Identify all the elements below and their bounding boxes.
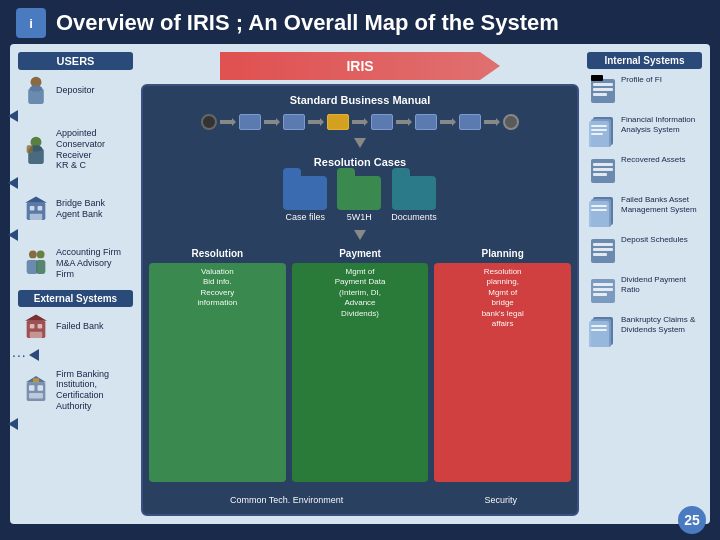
pf-rect2	[283, 114, 305, 130]
failed-bank-item: Failed Bank	[18, 311, 133, 343]
bridge-bank-item: Bridge BankAgent Bank	[18, 193, 133, 225]
firm-banking-label: Firm Banking Institution,Certification A…	[56, 369, 129, 412]
pf-arrow7	[484, 118, 500, 126]
svg-marker-13	[25, 197, 47, 203]
failed-bank-arrow	[29, 349, 39, 361]
resolution-box: ValuationBid info.Recoveryinformation	[149, 263, 286, 482]
profile-fi-item: Profile of FI	[587, 73, 702, 109]
payment-item: Payment Mgmt ofPayment Data(Interim, DI,…	[292, 246, 429, 482]
iris-header-row: IRIS	[141, 52, 579, 80]
depositor-label: Depositor	[56, 85, 95, 96]
bankruptcy-claims-icon	[589, 315, 617, 347]
common-tech-bar: Common Tech. Environment	[149, 492, 424, 508]
svg-rect-54	[593, 283, 613, 286]
bridge-bank-icon	[22, 195, 50, 223]
failed-banks-item: Failed Banks Asset Management System	[587, 193, 702, 229]
conservator-icon	[22, 136, 50, 164]
svg-rect-37	[591, 125, 607, 127]
svg-point-16	[37, 251, 45, 259]
planning-text: Resolutionplanning,Mgmt ofbridgebank's l…	[438, 267, 567, 329]
svg-rect-25	[38, 386, 43, 391]
failed-bank-label: Failed Bank	[56, 321, 104, 332]
financial-info-item: Financial Information Analysis System	[587, 113, 702, 149]
pf-arrow2	[264, 118, 280, 126]
deposit-schedules-item: Deposit Schedules	[587, 233, 702, 269]
folder-5w1h: 5W1H	[337, 176, 381, 222]
vertical-arrow1	[149, 136, 571, 150]
svg-point-14	[29, 251, 37, 259]
svg-rect-32	[593, 93, 607, 96]
bottom-bar-row: Common Tech. Environment Security	[149, 490, 571, 508]
planning-header: Planning	[434, 246, 571, 261]
svg-rect-59	[589, 321, 609, 347]
dividend-payment-label: Dividend Payment Ratio	[621, 275, 700, 296]
conservator-item: Appointed Conservator ReceiverKR & C	[18, 126, 133, 173]
svg-rect-48	[591, 209, 607, 211]
pf-arrow6	[440, 118, 456, 126]
profile-fi-label: Profile of FI	[621, 75, 662, 85]
page-title: Overview of IRIS ; An Overall Map of the…	[56, 10, 559, 36]
pf-arrow5	[396, 118, 412, 126]
pf-arrow4	[352, 118, 368, 126]
pf-rect1	[239, 114, 261, 130]
svg-rect-61	[591, 329, 607, 331]
documents-label: Documents	[391, 212, 437, 222]
firm-banking-arrow	[8, 418, 18, 430]
svg-point-4	[30, 85, 42, 91]
svg-rect-42	[593, 168, 613, 171]
svg-text:i: i	[29, 16, 33, 31]
conservator-label: Appointed Conservator ReceiverKR & C	[56, 128, 129, 171]
5w1h-folder-icon	[337, 176, 381, 210]
svg-rect-51	[593, 248, 613, 251]
process-flow	[149, 112, 571, 132]
sbm-label: Standard Business Manual	[149, 92, 571, 108]
bankruptcy-claims-label: Bankruptcy Claims & Dividends System	[621, 315, 700, 336]
folders-row: Case files 5W1H Documents	[149, 174, 571, 224]
accounting-item: Accounting FirmM&A Advisory Firm	[18, 245, 133, 281]
internal-systems-header: Internal Systems	[587, 52, 702, 69]
depositor-icon	[22, 76, 50, 104]
folder-case-files: Case files	[283, 176, 327, 222]
payment-header: Payment	[292, 246, 429, 261]
folder-documents: Documents	[391, 176, 437, 222]
dividend-payment-icon	[589, 275, 617, 307]
recovered-assets-label: Recovered Assets	[621, 155, 685, 165]
iris-box: Standard Business Manual	[141, 84, 579, 516]
recovered-assets-item: Recovered Assets	[587, 153, 702, 189]
case-files-folder-icon	[283, 176, 327, 210]
resolution-text: ValuationBid info.Recoveryinformation	[153, 267, 282, 309]
planning-item: Planning Resolutionplanning,Mgmt ofbridg…	[434, 246, 571, 482]
depositor-arrow	[8, 110, 18, 122]
svg-rect-12	[30, 214, 42, 220]
svg-rect-31	[593, 88, 613, 91]
svg-rect-30	[593, 83, 613, 86]
svg-rect-60	[591, 325, 607, 327]
svg-rect-55	[593, 288, 613, 291]
security-bar: Security	[430, 492, 571, 508]
financial-info-label: Financial Information Analysis System	[621, 115, 700, 136]
svg-rect-24	[29, 386, 34, 391]
iris-label: IRIS	[220, 52, 500, 80]
title-bar: i Overview of IRIS ; An Overall Map of t…	[0, 0, 720, 44]
svg-rect-19	[30, 323, 35, 328]
pf-arrow1	[220, 118, 236, 126]
pf-rect-yellow	[327, 114, 349, 130]
users-header: USERS	[18, 52, 133, 70]
resolution-header: Resolution	[149, 246, 286, 261]
documents-folder-icon	[392, 176, 436, 210]
main-content: USERS Depositor Appointed Conservator Re…	[10, 44, 710, 524]
pf-end-circle	[503, 114, 519, 130]
svg-rect-47	[591, 205, 607, 207]
recovered-assets-icon	[589, 155, 617, 187]
failed-bank-icon	[22, 313, 50, 341]
svg-rect-52	[593, 253, 607, 256]
svg-rect-46	[589, 201, 609, 227]
svg-rect-39	[591, 133, 603, 135]
svg-rect-28	[33, 379, 39, 383]
failed-banks-icon	[589, 195, 617, 227]
bridge-bank-label: Bridge BankAgent Bank	[56, 198, 105, 220]
resolution-cases-label: Resolution Cases	[149, 154, 571, 170]
svg-rect-56	[593, 293, 607, 296]
svg-rect-15	[27, 260, 38, 274]
svg-rect-41	[593, 163, 613, 166]
